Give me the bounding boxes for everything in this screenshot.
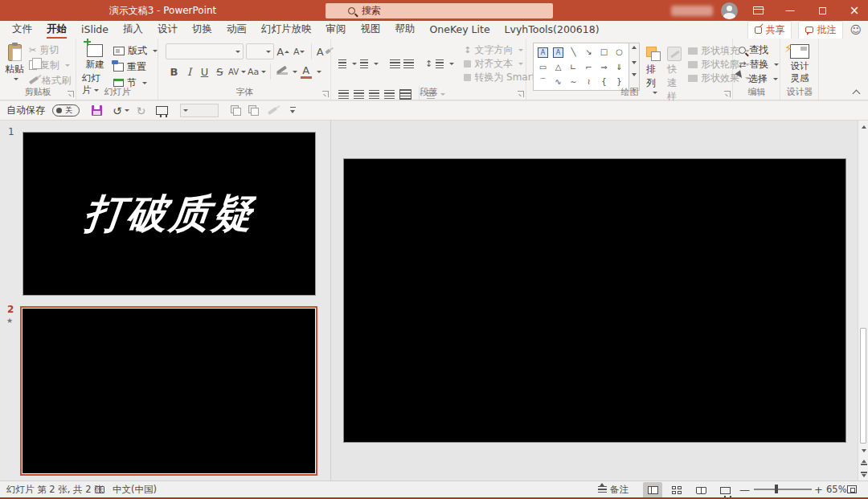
replace-button[interactable]: ⇄替换: [739, 59, 780, 71]
shape-curve[interactable]: ∼: [570, 78, 576, 86]
undo-button[interactable]: ↺: [113, 104, 129, 117]
shape-rounded-rectangle[interactable]: ▭: [539, 63, 547, 72]
shape-right-brace[interactable]: }: [616, 78, 621, 86]
qat-combo[interactable]: [180, 104, 219, 117]
ribbon-display-options-icon[interactable]: [746, 0, 770, 21]
change-case-button[interactable]: Aa: [248, 64, 266, 80]
increase-indent-button[interactable]: [403, 56, 414, 71]
shapes-gallery[interactable]: A A ╲ ↘ □ ○ ▭ △ ∟ ⌐ ⇒ ⇓ ⌒ ∿ ∼: [533, 43, 629, 91]
shape-textbox-horizontal[interactable]: A: [538, 47, 548, 58]
collapse-ribbon-button[interactable]: [854, 88, 860, 95]
search-box[interactable]: 搜索: [326, 3, 553, 18]
tab-help[interactable]: 帮助: [387, 20, 422, 39]
start-slideshow-button[interactable]: [156, 106, 168, 115]
shape-elbow-connector[interactable]: ∟: [570, 63, 576, 72]
decrease-indent-button[interactable]: [390, 56, 400, 71]
tab-review[interactable]: 审阅: [318, 20, 353, 39]
shape-freeform[interactable]: ∿: [555, 78, 561, 86]
vertical-scrollbar[interactable]: [858, 121, 868, 481]
minimize-button[interactable]: —: [778, 0, 802, 21]
close-button[interactable]: ×: [842, 0, 866, 21]
paragraph-dialog-launcher[interactable]: [518, 91, 524, 97]
previous-slide-button[interactable]: [858, 457, 868, 468]
tab-transitions[interactable]: 切换: [185, 20, 219, 39]
clear-formatting-button[interactable]: A: [317, 44, 330, 59]
shape-left-brace[interactable]: {: [601, 78, 606, 86]
maximize-button[interactable]: [810, 0, 834, 21]
shape-textbox-vertical[interactable]: A: [553, 47, 563, 58]
tab-islide[interactable]: iSlide: [74, 21, 116, 39]
slide-counter[interactable]: 幻灯片 第 2 张, 共 2 张: [6, 481, 104, 497]
numbering-button[interactable]: [360, 56, 379, 71]
next-slide-button[interactable]: [858, 469, 868, 480]
shape-line[interactable]: ╲: [571, 48, 575, 56]
tab-home[interactable]: 开始: [39, 20, 74, 39]
redo-button[interactable]: ↻: [137, 104, 146, 117]
highlight-color-button[interactable]: [275, 64, 289, 80]
customize-qat-button[interactable]: [289, 107, 297, 115]
normal-view-button[interactable]: [643, 482, 662, 498]
shape-arrow[interactable]: ↘: [585, 48, 592, 56]
italic-button[interactable]: I: [182, 64, 196, 80]
slideshow-view-button[interactable]: [715, 482, 735, 498]
strikethrough-button[interactable]: S: [213, 64, 227, 80]
slide-editing-area[interactable]: [332, 121, 858, 481]
tab-onekey-lite[interactable]: OneKey Lite: [422, 21, 497, 39]
find-button[interactable]: 查找: [739, 44, 780, 56]
bullets-button[interactable]: [338, 56, 357, 71]
zoom-level[interactable]: 65%: [826, 481, 847, 497]
gallery-scroll-up-icon[interactable]: [632, 46, 637, 49]
qat-format-painter-icon[interactable]: [268, 106, 277, 114]
account-name[interactable]: [671, 6, 713, 16]
paste-button[interactable]: 粘贴: [5, 40, 24, 88]
layout-button[interactable]: 版式: [113, 43, 158, 58]
reading-view-button[interactable]: [691, 482, 710, 498]
shape-triangle[interactable]: △: [555, 63, 562, 72]
shape-rectangle[interactable]: □: [600, 48, 608, 56]
save-button[interactable]: [92, 105, 102, 116]
gallery-scroll-down-icon[interactable]: [632, 61, 637, 64]
reset-button[interactable]: 重置: [113, 59, 158, 74]
tab-animations[interactable]: 动画: [219, 20, 254, 39]
zoom-out-button[interactable]: —: [739, 481, 750, 497]
slide-1-thumbnail[interactable]: 打破质疑: [23, 132, 316, 296]
comments-button[interactable]: 批注: [798, 21, 843, 39]
send-backward-icon[interactable]: [248, 105, 259, 116]
user-avatar-icon[interactable]: [721, 2, 738, 19]
scroll-down-button[interactable]: [858, 445, 868, 456]
current-slide-canvas[interactable]: [343, 158, 846, 443]
scrollbar-thumb[interactable]: [860, 328, 866, 444]
increase-font-button[interactable]: A: [276, 44, 290, 59]
tab-insert[interactable]: 插入: [116, 20, 150, 39]
design-ideas-button[interactable]: ⚡ 设计 灵感: [781, 39, 818, 84]
shape-arc[interactable]: ⌒: [539, 78, 547, 86]
zoom-in-button[interactable]: +: [814, 481, 823, 497]
spell-check-icon[interactable]: [95, 481, 104, 497]
zoom-slider[interactable]: [754, 481, 812, 497]
tab-design[interactable]: 设计: [150, 20, 185, 39]
autosave-toggle[interactable]: 关: [52, 104, 80, 117]
character-spacing-button[interactable]: AV: [228, 64, 246, 80]
shape-right-arrow[interactable]: ⇒: [600, 63, 607, 72]
slide-sorter-view-button[interactable]: [667, 482, 686, 498]
font-size-combo[interactable]: [246, 43, 274, 59]
slide-2-thumbnail selected[interactable]: [20, 306, 317, 476]
copy-button[interactable]: 复制: [29, 58, 71, 72]
feedback-smiley-icon[interactable]: ☺: [850, 23, 862, 36]
tab-lvyhtools[interactable]: LvyhTools(200618): [497, 21, 607, 39]
clipboard-dialog-launcher[interactable]: [68, 91, 74, 97]
bring-forward-icon[interactable]: [231, 105, 241, 116]
bold-button[interactable]: B: [167, 64, 181, 80]
drawing-dialog-launcher[interactable]: [724, 91, 731, 97]
font-color-button[interactable]: A: [299, 64, 313, 80]
share-button[interactable]: 共享: [747, 21, 792, 39]
tab-view[interactable]: 视图: [353, 20, 387, 39]
line-spacing-button[interactable]: ↕: [425, 56, 454, 71]
shape-down-arrow[interactable]: ⇓: [616, 63, 622, 72]
fit-slide-to-window-button[interactable]: [847, 481, 857, 497]
notes-button[interactable]: 备注: [598, 481, 628, 497]
shape-scribble[interactable]: ≀: [588, 78, 591, 86]
language-indicator[interactable]: 中文(中国): [113, 481, 157, 497]
font-dialog-launcher[interactable]: [322, 91, 329, 97]
decrease-font-button[interactable]: A: [293, 44, 306, 59]
